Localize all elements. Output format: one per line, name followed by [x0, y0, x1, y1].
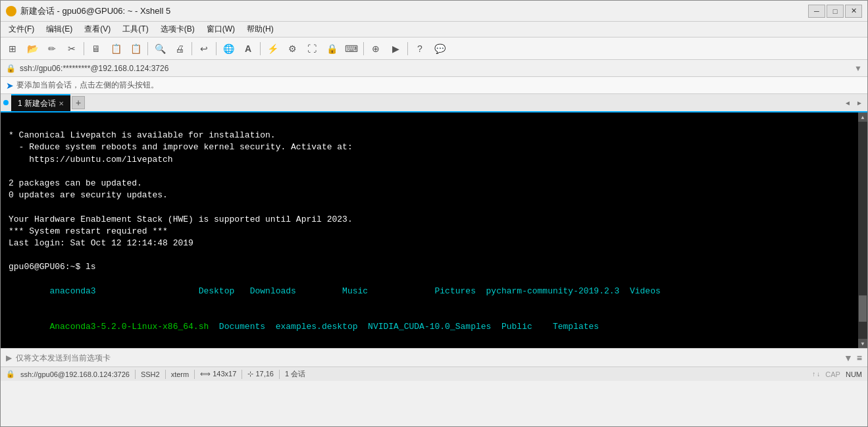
menu-help[interactable]: 帮助(H)	[242, 22, 279, 36]
toolbar-fullscreen[interactable]: ⛶	[303, 40, 321, 57]
toolbar-cut[interactable]: ✂	[63, 40, 81, 57]
toolbar-find[interactable]: 🔍	[151, 40, 169, 57]
title-bar-controls: ─ □ ✕	[808, 5, 862, 18]
toolbar-new[interactable]: ⊞	[3, 40, 22, 57]
term-line-12	[9, 249, 859, 261]
term-ls-file: Anaconda3-5.2.0-Linux-x86_64.sh	[49, 322, 209, 332]
terminal[interactable]: * Canonical Livepatch is available for i…	[1, 113, 867, 348]
term-line-16: gpu06@GPU06:~$	[9, 345, 859, 348]
close-button[interactable]: ✕	[845, 5, 862, 18]
term-ls-2: Documents examples.desktop NVIDIA_CUDA-1…	[209, 322, 599, 332]
maximize-button[interactable]: □	[827, 5, 844, 18]
input-bar: ▶ ▼ ≡	[1, 348, 867, 366]
toolbar-globe[interactable]: 🌐	[219, 40, 238, 57]
term-line-13: gpu06@GPU06:~$ ls	[9, 261, 859, 273]
toolbar-edit[interactable]: ✏	[43, 40, 61, 57]
toolbar-chat[interactable]: 💬	[430, 40, 449, 57]
scroll-down-button[interactable]: ▼	[858, 339, 867, 348]
toolbar-font[interactable]: A	[239, 40, 257, 57]
toolbar-settings[interactable]: ⚙	[283, 40, 301, 57]
toolbar-sep2	[147, 42, 148, 55]
tab-label: 1 新建会话	[18, 98, 56, 109]
term-line-14: anaconda3 Desktop Downloads Music Pictur…	[9, 273, 859, 309]
tab-new-session[interactable]: 1 新建会话 ✕	[11, 94, 70, 111]
tab-nav-left[interactable]: ◄	[842, 97, 853, 108]
status-term: xterm	[171, 370, 190, 378]
status-size: ⟺ 143x17	[200, 370, 236, 378]
upload-icon: ↑	[812, 370, 815, 378]
toolbar-sep5	[260, 42, 261, 55]
download-icon: ↓	[817, 370, 820, 378]
menu-view[interactable]: 查看(V)	[79, 22, 116, 36]
status-sep5	[279, 370, 280, 379]
menu-tabs[interactable]: 选项卡(B)	[155, 22, 200, 36]
term-line-4: https://ubuntu.com/livepatch	[9, 154, 859, 166]
status-sep3	[194, 370, 195, 379]
menu-edit[interactable]: 编辑(E)	[41, 22, 78, 36]
minimize-button[interactable]: ─	[808, 5, 825, 18]
toolbar-print[interactable]: 🖨	[170, 40, 189, 57]
tab-nav-right[interactable]: ►	[854, 97, 865, 108]
status-num: NUM	[846, 370, 862, 378]
toolbar-lightning[interactable]: ⚡	[263, 40, 282, 57]
tab-nav: ◄ ►	[842, 97, 865, 108]
input-field[interactable]	[16, 353, 840, 363]
window-title: 新建会话 - gpu06@GPU06: ~ - Xshell 5	[20, 5, 170, 17]
menu-file[interactable]: 文件(F)	[3, 22, 39, 36]
toolbar-paste[interactable]: 📋	[126, 40, 145, 57]
toolbar-open[interactable]: 📂	[23, 40, 41, 57]
term-line-11: Last login: Sat Oct 12 12:14:48 2019	[9, 238, 859, 249]
toolbar-sep1	[84, 42, 84, 55]
tab-bar: 1 新建会话 ✕ + ◄ ►	[1, 94, 867, 113]
title-bar-left: 新建会话 - gpu06@GPU06: ~ - Xshell 5	[6, 5, 170, 17]
toolbar-add[interactable]: ⊕	[367, 40, 385, 57]
toolbar-lock[interactable]: 🔒	[322, 40, 341, 57]
term-line-1	[9, 118, 859, 130]
input-dropdown-icon[interactable]: ▼	[844, 353, 853, 363]
toolbar-sep6	[363, 42, 364, 55]
main-window: 新建会话 - gpu06@GPU06: ~ - Xshell 5 ─ □ ✕ 文…	[0, 0, 868, 427]
input-icon: ▶	[6, 353, 12, 363]
term-line-3: - Reduce system reboots and improve kern…	[9, 141, 859, 153]
status-address: ssh://gpu06@192.168.0.124:3726	[20, 370, 130, 378]
title-bar: 新建会话 - gpu06@GPU06: ~ - Xshell 5 ─ □ ✕	[1, 1, 867, 22]
toolbar-copy[interactable]: 📋	[107, 40, 125, 57]
address-bar: 🔒 ssh://gpu06:*********@192.168.0.124:37…	[1, 60, 867, 77]
scroll-thumb[interactable]	[859, 295, 867, 322]
term-line-15: Anaconda3-5.2.0-Linux-x86_64.sh Document…	[9, 309, 859, 345]
tab-indicator	[3, 100, 9, 105]
status-cap: CAP	[825, 370, 840, 378]
toolbar-play[interactable]: ▶	[386, 40, 405, 57]
status-arrows: ↑ ↓	[812, 370, 820, 378]
term-ls-1: anaconda3 Desktop Downloads Music Pictur…	[49, 286, 660, 296]
terminal-scrollbar[interactable]: ▲ ▼	[858, 113, 867, 348]
status-cursor: ⊹ 17,16	[247, 370, 274, 378]
input-menu-icon[interactable]: ≡	[857, 353, 862, 363]
term-line-2: * Canonical Livepatch is available for i…	[9, 130, 859, 141]
address-text: ssh://gpu06:*********@192.168.0.124:3726	[20, 64, 168, 73]
menu-tools[interactable]: 工具(T)	[117, 22, 153, 36]
menu-bar: 文件(F) 编辑(E) 查看(V) 工具(T) 选项卡(B) 窗口(W) 帮助(…	[1, 22, 867, 38]
scroll-up-button[interactable]: ▲	[858, 113, 867, 122]
status-sep1	[135, 370, 136, 379]
tab-close-icon[interactable]: ✕	[59, 100, 64, 107]
status-sessions: 1 会话	[285, 369, 305, 379]
tab-add-button[interactable]: +	[72, 96, 85, 109]
toolbar-arrow[interactable]: ↩	[195, 40, 213, 57]
toolbar-screen[interactable]: 🖥	[87, 40, 105, 57]
toolbar-sep7	[407, 42, 408, 55]
info-text: 要添加当前会话，点击左侧的箭头按钮。	[16, 80, 159, 91]
toolbar-help[interactable]: ?	[411, 40, 429, 57]
info-bar: ➤ 要添加当前会话，点击左侧的箭头按钮。	[1, 77, 867, 94]
status-sep2	[165, 370, 166, 379]
scroll-track[interactable]	[858, 122, 867, 339]
app-icon	[6, 6, 16, 16]
term-line-8	[9, 201, 859, 213]
toolbar: ⊞ 📂 ✏ ✂ 🖥 📋 📋 🔍 🖨 ↩ 🌐 A ⚡ ⚙ ⛶ 🔒 ⌨ ⊕ ▶ ? …	[1, 38, 867, 60]
term-line-10: *** System restart required ***	[9, 226, 859, 238]
menu-window[interactable]: 窗口(W)	[201, 22, 240, 36]
info-arrow-icon[interactable]: ➤	[6, 80, 14, 91]
term-line-7: 0 updates are security updates.	[9, 189, 859, 201]
toolbar-keyboard[interactable]: ⌨	[342, 40, 361, 57]
address-dropdown-icon[interactable]: ▼	[854, 64, 862, 73]
